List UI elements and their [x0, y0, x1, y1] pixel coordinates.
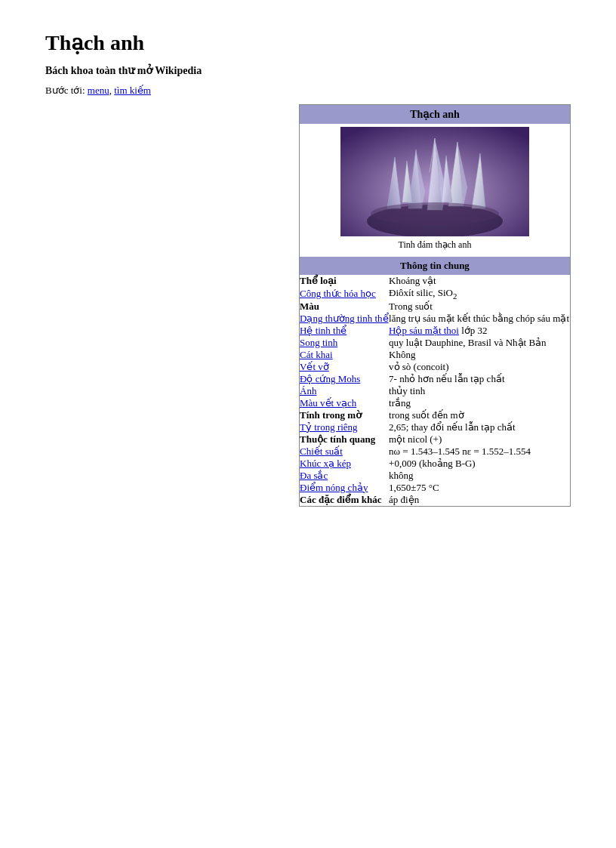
subtitle: Bách khoa toàn thư mở Wikipedia [45, 64, 571, 77]
table-row: Điểm nóng chảy 1,650±75 °C [300, 482, 571, 494]
row-value: 2,65; thay đổi nếu lẫn tạp chất [389, 421, 570, 433]
row-value: nω = 1.543–1.545 nε = 1.552–1.554 [389, 446, 570, 458]
row-label[interactable]: Ánh [300, 385, 390, 397]
infobox-main-title: Thạch anh [300, 105, 571, 125]
row-label[interactable]: Điểm nóng chảy [300, 482, 390, 494]
infobox-image-row: Tinh đám thạch anh [300, 124, 571, 257]
table-row: Độ cứng Mohs 7- nhỏ hơn nếu lẫn tạp chất [300, 373, 571, 385]
table-row: Đa sắc không [300, 470, 571, 482]
row-label[interactable]: Song tinh [300, 337, 390, 349]
table-row: Tính trong mờ trong suốt đến mờ [300, 409, 571, 421]
row-label[interactable]: Công thức hóa học [300, 287, 390, 301]
table-row: Dạng thường tinh thể lăng trụ sáu mặt kế… [300, 313, 571, 325]
infobox: Thạch anh [299, 104, 571, 507]
row-label[interactable]: Cát khai [300, 349, 390, 361]
breadcrumb: Bước tới: menu, tìm kiếm [45, 85, 571, 97]
row-value: 7- nhỏ hơn nếu lẫn tạp chất [389, 373, 570, 385]
row-value: +0,009 (khoảng B-G) [389, 458, 570, 470]
table-row: Ánh thủy tinh [300, 385, 571, 397]
row-value: Trong suốt [389, 301, 570, 313]
row-value: Không [389, 349, 570, 361]
table-row: Thuộc tính quang một nicol (+) [300, 433, 571, 446]
row-label: Tính trong mờ [300, 409, 390, 421]
page-content: Thạch anh [45, 104, 571, 514]
row-label[interactable]: Hệ tinh thể [300, 325, 390, 337]
infobox-section-title: Thông tin chung [300, 257, 571, 275]
row-value: một nicol (+) [389, 433, 570, 446]
row-value: trắng [389, 397, 570, 409]
row-label: Thuộc tính quang [300, 433, 390, 446]
hst-link[interactable]: Hộp sáu mặt thoi [389, 325, 459, 336]
row-value: không [389, 470, 570, 482]
row-value: trong suốt đến mờ [389, 409, 570, 421]
row-value: áp điện [389, 494, 570, 507]
table-row: Song tinh quy luật Dauphine, Brasil và N… [300, 337, 571, 349]
row-label[interactable]: Dạng thường tinh thể [300, 313, 390, 325]
row-label[interactable]: Tỷ trong riêng [300, 421, 390, 433]
row-label[interactable]: Màu vết vạch [300, 397, 390, 409]
table-row: Hệ tinh thể Hộp sáu mặt thoi lớp 32 [300, 325, 571, 337]
row-label: Các đặc điểm khác [300, 494, 390, 507]
breadcrumb-prefix: Bước tới: [45, 85, 85, 96]
breadcrumb-menu-link[interactable]: menu [88, 85, 109, 96]
row-value: Khoáng vật [389, 275, 570, 287]
table-row: Các đặc điểm khác áp điện [300, 494, 571, 507]
infobox-section-title-row: Thông tin chung [300, 257, 571, 275]
row-value: Hộp sáu mặt thoi lớp 32 [389, 325, 570, 337]
row-value: 1,650±75 °C [389, 482, 570, 494]
svg-point-12 [371, 202, 499, 225]
page-title: Thạch anh [45, 30, 571, 55]
row-value: vỏ sò (concoit) [389, 361, 570, 373]
row-label[interactable]: Độ cứng Mohs [300, 373, 390, 385]
breadcrumb-search-link[interactable]: tìm kiếm [114, 85, 151, 96]
table-row: Công thức hóa học Điôxít silic, SiO2 [300, 287, 571, 301]
row-value: lăng trụ sáu mặt kết thúc bằng chóp sáu … [389, 313, 570, 325]
row-value: thủy tinh [389, 385, 570, 397]
table-row: Màu Trong suốt [300, 301, 571, 313]
row-label[interactable]: Đa sắc [300, 470, 390, 482]
row-value: Điôxít silic, SiO2 [389, 287, 570, 301]
row-label: Thể loại [300, 275, 390, 287]
row-label[interactable]: Chiết suất [300, 446, 390, 458]
table-row: Thể loại Khoáng vật [300, 275, 571, 287]
table-row: Khúc xạ kép +0,009 (khoảng B-G) [300, 458, 571, 470]
infobox-image-cell: Tinh đám thạch anh [300, 124, 571, 257]
row-label: Màu [300, 301, 390, 313]
infobox-image-caption: Tinh đám thạch anh [303, 236, 567, 254]
table-row: Chiết suất nω = 1.543–1.545 nε = 1.552–1… [300, 446, 571, 458]
crystal-image [340, 127, 529, 236]
row-label[interactable]: Vết vỡ [300, 361, 390, 373]
row-label[interactable]: Khúc xạ kép [300, 458, 390, 470]
table-row: Vết vỡ vỏ sò (concoit) [300, 361, 571, 373]
row-value: quy luật Dauphine, Brasil và Nhật Bản [389, 337, 570, 349]
infobox-main-title-row: Thạch anh [300, 105, 571, 125]
table-row: Màu vết vạch trắng [300, 397, 571, 409]
table-row: Cát khai Không [300, 349, 571, 361]
table-row: Tỷ trong riêng 2,65; thay đổi nếu lẫn tạ… [300, 421, 571, 433]
